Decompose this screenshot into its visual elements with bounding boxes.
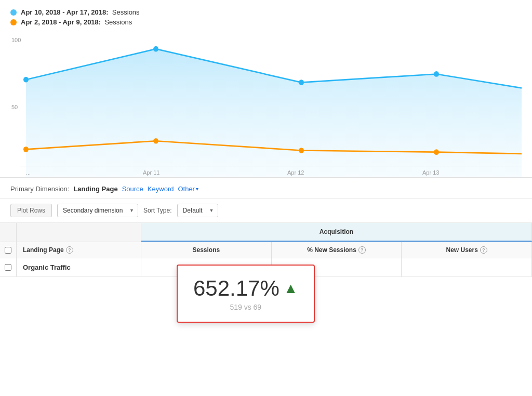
cell-new-users (402, 258, 532, 276)
header-checkbox-cell[interactable] (0, 242, 17, 258)
dim-link-source[interactable]: Source (122, 185, 143, 193)
tooltip-comparison: 519 vs 69 (193, 303, 298, 311)
sort-type-label: Sort Type: (143, 207, 171, 214)
secondary-dimension-select[interactable]: Secondary dimension (57, 204, 138, 217)
chevron-down-icon: ▾ (196, 186, 198, 192)
chart-svg: 100 50 (10, 32, 522, 177)
table-subheader: Landing Page ? Sessions % New Sessions ?… (0, 242, 532, 258)
svg-point-5 (299, 80, 304, 85)
col-header-pct-new-sessions: % New Sessions ? (272, 242, 402, 258)
svg-text:100: 100 (11, 37, 21, 43)
svg-point-4 (153, 46, 158, 52)
plot-rows-button[interactable]: Plot Rows (10, 204, 52, 217)
help-icon-landing-page[interactable]: ? (66, 246, 73, 254)
up-arrow-icon: ▲ (284, 280, 298, 297)
svg-text:Apr 11: Apr 11 (143, 169, 159, 175)
dim-dropdown-other[interactable]: Other ▾ (178, 185, 198, 193)
primary-dim-active: Landing Page (73, 185, 117, 193)
cell-landing-page: Organic Traffic (17, 258, 141, 276)
col-header-landing-page: Landing Page ? (17, 242, 141, 258)
svg-text:50: 50 (11, 104, 18, 110)
legend-dot-previous (10, 19, 17, 25)
svg-text:Apr 13: Apr 13 (422, 169, 439, 175)
svg-point-3 (23, 77, 29, 83)
svg-point-8 (153, 138, 158, 144)
acquisition-table: Acquisition Landing Page ? Sessions % Ne… (0, 223, 532, 277)
sessions-tooltip: 652.17% ▲ 519 vs 69 (177, 265, 315, 323)
svg-point-9 (299, 148, 304, 153)
sessions-chart: 100 50 (0, 32, 532, 178)
primary-dim-label: Primary Dimension: (10, 185, 69, 193)
help-icon-new-users[interactable]: ? (480, 246, 487, 254)
svg-point-6 (434, 71, 439, 77)
svg-text:...: ... (26, 169, 31, 175)
select-all-checkbox[interactable] (5, 247, 11, 254)
col-header-sessions: Sessions (141, 242, 272, 258)
row-checkbox[interactable] (5, 264, 11, 271)
secondary-dimension-wrapper: Secondary dimension (57, 204, 138, 217)
help-icon-pct-new[interactable]: ? (358, 246, 366, 254)
legend-item-previous: Apr 2, 2018 - Apr 9, 2018: Sessions (10, 18, 522, 26)
svg-point-10 (434, 149, 439, 155)
acquisition-header: Acquisition (141, 223, 532, 242)
legend-item-current: Apr 10, 2018 - Apr 17, 2018: Sessions (10, 8, 522, 16)
table-controls: Plot Rows Secondary dimension Sort Type:… (0, 199, 532, 223)
col-header-new-users: New Users ? (402, 242, 532, 258)
dim-link-keyword[interactable]: Keyword (148, 185, 174, 193)
sort-type-select[interactable]: Default (177, 204, 218, 217)
chart-legend: Apr 10, 2018 - Apr 17, 2018: Sessions Ap… (0, 0, 532, 32)
legend-date-current: Apr 10, 2018 - Apr 17, 2018: Sessions (21, 8, 140, 16)
primary-dimension-bar: Primary Dimension: Landing Page Source K… (0, 178, 532, 199)
legend-date-previous: Apr 2, 2018 - Apr 9, 2018: Sessions (21, 18, 132, 26)
svg-text:Apr 12: Apr 12 (287, 169, 304, 175)
svg-point-7 (23, 147, 29, 152)
table-acquisition-header: Acquisition (0, 223, 532, 242)
row-checkbox-cell[interactable] (0, 258, 17, 276)
legend-dot-current (10, 9, 17, 16)
svg-marker-2 (26, 49, 522, 177)
tooltip-percent-value: 652.17% ▲ (193, 276, 298, 301)
sort-type-wrapper: Default (177, 204, 218, 217)
